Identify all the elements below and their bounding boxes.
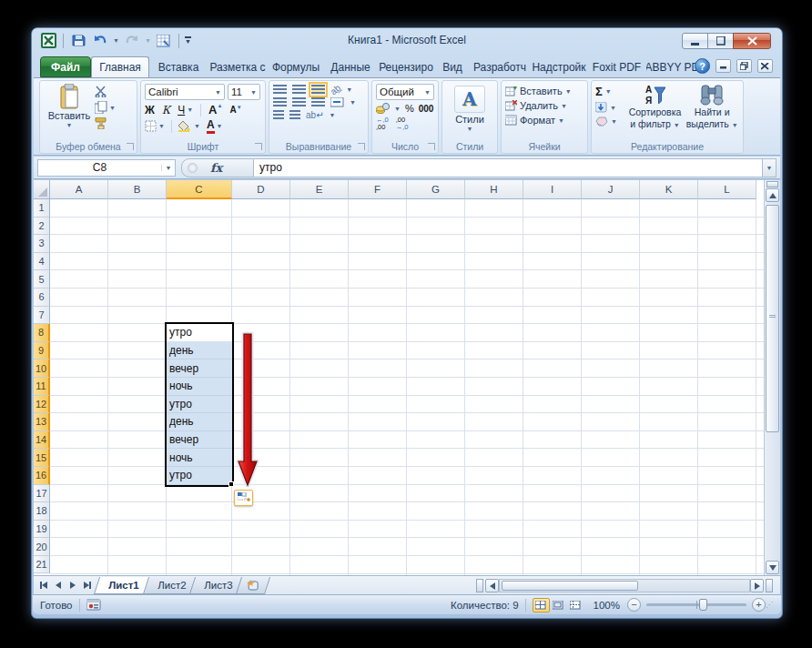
align-middle-icon[interactable] [292,85,306,95]
align-right-icon[interactable] [311,97,325,107]
find-select-button[interactable]: Найти и выделить ▼ [685,84,739,129]
tab-надстройк[interactable]: Надстройк [530,56,588,77]
column-header-D[interactable]: D [232,180,290,199]
cell-C11[interactable]: ночь [167,378,232,396]
name-box-dropdown-icon[interactable]: ▼ [161,165,175,171]
insert-sheet-button[interactable] [236,577,270,594]
row-header-15[interactable]: 15 [34,449,50,467]
percent-style-button[interactable]: % [405,103,414,114]
cell-C13[interactable]: день [167,413,232,431]
align-top-icon[interactable] [273,85,287,95]
scroll-up-icon[interactable] [766,188,779,202]
zoom-in-icon[interactable]: + [752,598,766,612]
cell-C16[interactable]: утро [167,467,232,485]
vertical-split-handle[interactable] [766,181,778,187]
accounting-format-icon[interactable] [376,103,390,114]
tab-главная[interactable]: Главная [91,56,149,77]
font-name-select[interactable]: Calibri▼ [145,84,225,100]
maximize-button[interactable] [707,33,734,49]
row-header-6[interactable]: 6 [34,289,50,307]
tab-вставка[interactable]: Вставка [149,56,208,77]
cell-C12[interactable]: утро [167,396,232,414]
name-box[interactable]: C8 ▼ [37,159,176,177]
cell-C8[interactable]: утро [167,324,232,342]
row-header-7[interactable]: 7 [34,307,50,325]
cell-C10[interactable]: вечер [167,359,232,378]
tab-разработч[interactable]: Разработч [470,56,530,77]
cell-C15[interactable]: ночь [167,449,232,467]
column-header-I[interactable]: I [523,180,582,199]
workbook-close-icon[interactable] [757,59,773,73]
minimize-button[interactable] [682,33,708,49]
font-size-select[interactable]: 11▼ [228,84,260,100]
scroll-left-icon[interactable] [485,579,499,592]
column-header-H[interactable]: H [465,180,523,199]
selected-range[interactable]: утроденьвечерночьутроденьвечерночьутро [167,324,232,484]
tab-file[interactable]: Файл [40,56,91,77]
row-header-2[interactable]: 2 [34,218,50,236]
insert-cells-button[interactable]: Вставить▼ [505,86,584,96]
cell-C14[interactable]: вечер [167,431,232,450]
column-header-K[interactable]: K [640,180,698,199]
column-header-C[interactable]: C [167,180,232,199]
fill-button[interactable]: ▼ [595,102,625,113]
clear-button[interactable]: ▼ [595,116,625,127]
row-header-21[interactable]: 21 [34,556,50,574]
autosum-button[interactable]: Σ▼ [595,85,625,98]
tab-вид[interactable]: Вид [435,56,470,77]
expand-formula-bar-icon[interactable]: ▼ [763,158,776,177]
cut-icon[interactable] [95,86,116,97]
collapse-ribbon-icon[interactable]: ⌃ [683,62,689,70]
borders-button[interactable]: ▼ [145,120,165,132]
copy-icon[interactable]: ▼ [95,101,116,114]
row-header-8[interactable]: 8 [34,324,50,342]
page-layout-view-button[interactable] [550,598,567,613]
align-left-icon[interactable] [273,97,287,107]
shrink-font-button[interactable]: A▼ [229,105,241,115]
prev-sheet-icon[interactable] [51,578,66,592]
increase-decimal-button[interactable]: ←,0,00 [376,116,389,132]
scroll-down-icon[interactable] [766,561,779,574]
decrease-indent-icon[interactable] [273,110,284,120]
font-dialog-launcher-icon[interactable] [255,143,262,150]
row-header-5[interactable]: 5 [34,270,50,289]
tab-рецензиро[interactable]: Рецензиро [377,56,435,77]
align-bottom-icon[interactable] [311,85,325,95]
formula-input[interactable]: утро [254,158,763,177]
row-header-13[interactable]: 13 [34,413,50,431]
decrease-decimal-button[interactable]: ,00→,0 [396,116,409,132]
sort-filter-button[interactable]: АЯ Сортировка и фильтр ▼ [625,84,685,129]
orientation-icon[interactable]: ab̲ [329,83,343,97]
paste-button[interactable]: Вставить ▼ [44,84,95,129]
help-icon[interactable]: ? [695,58,710,74]
page-break-view-button[interactable] [567,598,584,613]
row-header-20[interactable]: 20 [34,538,50,556]
column-header-F[interactable]: F [349,180,407,199]
font-color-button[interactable]: А▼ [207,119,223,134]
row-header-18[interactable]: 18 [34,502,50,521]
zoom-out-icon[interactable]: − [627,598,641,612]
row-header-19[interactable]: 19 [34,521,50,539]
last-sheet-icon[interactable] [80,578,95,592]
workbook-minimize-icon[interactable] [716,59,731,73]
cell-C9[interactable]: день [167,342,232,360]
row-header-9[interactable]: 9 [34,342,50,360]
alignment-dialog-launcher-icon[interactable] [358,143,365,150]
clipboard-dialog-launcher-icon[interactable] [127,143,134,150]
resize-grip[interactable]: ⋰ [766,601,774,609]
format-cells-button[interactable]: Формат▼ [505,115,584,126]
horizontal-scrollbar[interactable] [474,578,775,593]
tab-foxit-pdf[interactable]: Foxit PDF [588,56,645,77]
underline-button[interactable]: Ч [178,104,185,116]
workbook-restore-icon[interactable] [736,59,752,73]
zoom-level[interactable]: 100% [594,600,620,611]
column-header-L[interactable]: L [698,180,756,199]
zoom-thumb[interactable] [699,599,707,611]
tab-разметка-с[interactable]: Разметка с [208,56,268,77]
close-button[interactable] [733,33,771,49]
first-sheet-icon[interactable] [36,578,51,592]
align-center-icon[interactable] [292,97,306,107]
row-header-3[interactable]: 3 [34,235,50,253]
horizontal-scroll-thumb[interactable] [502,581,638,591]
comma-style-button[interactable]: 000 [419,104,434,114]
